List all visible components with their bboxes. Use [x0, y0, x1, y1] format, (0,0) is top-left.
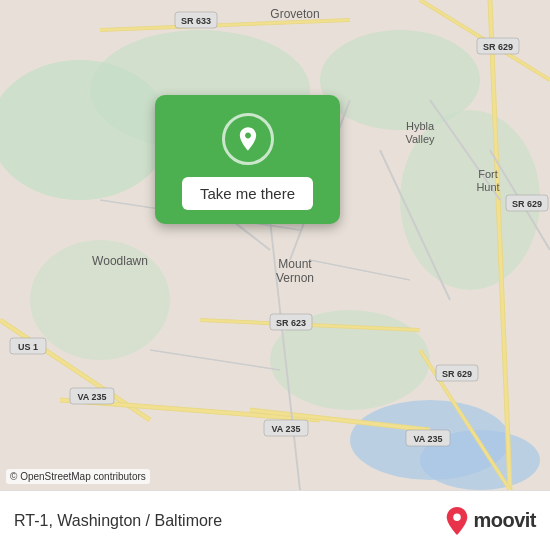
svg-text:Hunt: Hunt [476, 181, 499, 193]
destination-card: Take me there [155, 95, 340, 224]
route-label: RT-1, Washington / Baltimore [14, 512, 222, 530]
moovit-pin-icon [446, 507, 468, 535]
svg-text:VA 235: VA 235 [413, 434, 442, 444]
svg-text:Mount: Mount [278, 257, 312, 271]
svg-text:US 1: US 1 [18, 342, 38, 352]
moovit-text: moovit [473, 509, 536, 532]
take-me-there-button[interactable]: Take me there [182, 177, 313, 210]
svg-text:Groveton: Groveton [270, 7, 319, 21]
svg-text:Hybla: Hybla [406, 120, 435, 132]
map-attribution: © OpenStreetMap contributors [6, 469, 150, 484]
svg-text:Valley: Valley [405, 133, 435, 145]
svg-text:Fort: Fort [478, 168, 498, 180]
svg-text:VA 235: VA 235 [271, 424, 300, 434]
svg-point-60 [454, 513, 461, 520]
svg-text:SR 629: SR 629 [442, 369, 472, 379]
svg-text:SR 629: SR 629 [483, 42, 513, 52]
svg-text:VA 235: VA 235 [77, 392, 106, 402]
moovit-logo: moovit [446, 507, 536, 535]
map-container: SR 633 SR 629 SR 629 SR 623 SR 629 US 1 … [0, 0, 550, 490]
svg-text:Vernon: Vernon [276, 271, 314, 285]
pin-icon-circle [222, 113, 274, 165]
svg-text:SR 623: SR 623 [276, 318, 306, 328]
svg-text:SR 633: SR 633 [181, 16, 211, 26]
location-pin-icon [234, 125, 262, 153]
bottom-bar: RT-1, Washington / Baltimore moovit [0, 490, 550, 550]
svg-text:SR 629: SR 629 [512, 199, 542, 209]
svg-text:Woodlawn: Woodlawn [92, 254, 148, 268]
